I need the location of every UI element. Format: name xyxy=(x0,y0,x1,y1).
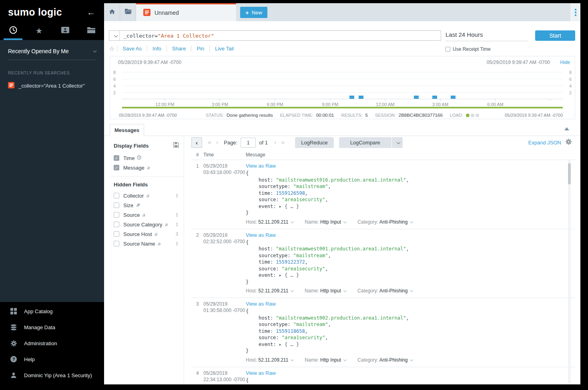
home-button[interactable] xyxy=(104,3,120,21)
view-as-raw-link[interactable]: View as Raw xyxy=(246,301,575,307)
page-number-input[interactable] xyxy=(241,138,256,148)
search-doc-icon xyxy=(8,82,14,90)
sidebar-tab-recents[interactable] xyxy=(0,21,26,40)
logcompare-button[interactable]: LogCompare xyxy=(339,137,391,148)
checkbox-unchecked[interactable] xyxy=(114,193,119,198)
new-tab-button[interactable]: + New xyxy=(240,7,267,18)
sidebar-item-user[interactable]: Dominic Yip (Area 1 Security) xyxy=(0,367,104,383)
time-range-selector[interactable]: Last 24 Hours xyxy=(446,31,528,41)
json-value[interactable]: "mailstreamwest002.production.area1.inte… xyxy=(276,315,406,321)
json-value[interactable]: "mailstream" xyxy=(293,184,328,189)
logreduce-button[interactable]: LogReduce xyxy=(295,137,334,148)
checkbox-checked[interactable]: ✓ xyxy=(114,165,119,170)
view-as-raw-link[interactable]: View as Raw xyxy=(246,163,575,169)
json-value[interactable]: "mailstreamwest001.production.area1.inte… xyxy=(276,246,406,252)
collapse-panel-icon[interactable] xyxy=(564,127,569,130)
histogram-bar[interactable] xyxy=(359,96,363,99)
json-value[interactable]: "mailstream" xyxy=(293,253,328,258)
sidebar-item-administration[interactable]: Administration xyxy=(0,335,104,351)
settings-gear-icon[interactable] xyxy=(565,138,572,147)
next-page-icon[interactable]: › xyxy=(274,139,276,146)
hidden-field-row[interactable]: Source a 1 xyxy=(110,210,184,220)
sidebar-collapse-arrow-icon[interactable]: ← xyxy=(87,8,95,17)
meta-name-dropdown[interactable]: Name: Http Input xyxy=(305,288,346,294)
json-value[interactable]: "mailstreamwest003.production.area1.inte… xyxy=(276,384,406,384)
json-value[interactable]: 1559118658 xyxy=(276,328,305,334)
json-value[interactable]: "area1security" xyxy=(282,266,325,272)
use-receipt-time-checkbox[interactable]: Use Receipt Time xyxy=(446,46,491,52)
view-as-raw-link[interactable]: View as Raw xyxy=(246,370,575,376)
checkbox-unchecked[interactable] xyxy=(114,231,119,237)
search-query-input[interactable]: _collector="Area 1 Collector" xyxy=(120,31,214,40)
svg-text:?: ? xyxy=(12,357,15,362)
recently-opened-dropdown[interactable]: Recently Opened By Me xyxy=(8,40,96,60)
hidden-field-row[interactable]: Source Category a 1 xyxy=(110,220,184,229)
tab-messages[interactable]: Messages xyxy=(110,124,144,136)
first-page-icon[interactable]: « xyxy=(208,139,211,146)
action-link[interactable]: Share xyxy=(167,46,191,52)
json-value[interactable]: 1559126598 xyxy=(276,190,305,196)
hidden-field-row[interactable]: Size # xyxy=(110,200,184,210)
tab-unnamed[interactable]: Unnamed xyxy=(136,3,236,21)
scrollbar-track[interactable] xyxy=(568,160,571,384)
checkbox-unchecked[interactable] xyxy=(114,212,119,218)
sidebar-item-app-catalog[interactable]: App Catalog xyxy=(0,303,104,319)
json-value[interactable]: "mailstreamwest016.production.area1.inte… xyxy=(276,177,406,183)
hidden-field-row[interactable]: Source Name a 1 xyxy=(110,239,184,248)
favorite-star-icon[interactable]: ☆ xyxy=(109,45,114,52)
checkbox-unchecked[interactable] xyxy=(446,47,450,52)
expand-json-link[interactable]: Expand JSON xyxy=(528,140,561,146)
histogram-bar[interactable] xyxy=(451,96,456,99)
scrollbar-thumb[interactable] xyxy=(568,163,571,184)
save-fields-icon[interactable] xyxy=(173,142,179,149)
field-message[interactable]: ✓ Message a xyxy=(110,163,184,172)
checkbox-unchecked[interactable] xyxy=(114,202,119,208)
back-button[interactable]: ‹ xyxy=(191,137,202,148)
json-value[interactable]: "area1security" xyxy=(282,335,325,340)
action-link[interactable]: Pin xyxy=(191,46,209,52)
field-time[interactable]: ✓ Time xyxy=(110,153,184,163)
recent-search-item[interactable]: _collector="Area 1 Collector" xyxy=(8,82,96,90)
logcompare-dropdown-icon[interactable] xyxy=(392,137,403,148)
meta-name-dropdown[interactable]: Name: Http Input xyxy=(305,357,346,363)
last-page-icon[interactable]: » xyxy=(281,139,285,146)
browse-folder-button[interactable] xyxy=(120,3,136,21)
checkbox-checked[interactable]: ✓ xyxy=(114,155,119,161)
prev-page-icon[interactable]: ‹ xyxy=(216,139,218,146)
action-link[interactable]: Live Tail xyxy=(209,46,239,52)
json-value[interactable]: "area1security" xyxy=(282,197,325,202)
json-value[interactable]: ▸ { … } xyxy=(279,204,299,209)
meta-name-dropdown[interactable]: Name: Http Input xyxy=(305,219,346,225)
json-value[interactable]: ▸ { … } xyxy=(279,272,299,278)
search-query-box[interactable]: _collector="Area 1 Collector" xyxy=(109,30,441,41)
checkbox-unchecked[interactable] xyxy=(114,222,119,227)
meta-category-dropdown[interactable]: Category: Anti-Phishing xyxy=(357,288,413,294)
json-value[interactable]: ▸ { … } xyxy=(279,342,299,347)
hidden-field-row[interactable]: Source Host a 3 xyxy=(110,229,184,239)
time-range-selector-bar[interactable] xyxy=(122,107,563,108)
sidebar-tab-favorites[interactable]: ★ xyxy=(26,21,52,40)
histogram-bar[interactable] xyxy=(349,96,354,99)
hide-histogram-link[interactable]: Hide xyxy=(560,60,570,65)
action-link[interactable]: Save As xyxy=(117,46,147,52)
histogram-bar[interactable] xyxy=(414,96,419,99)
hidden-field-row[interactable]: Collector a 1 xyxy=(110,191,184,200)
checkbox-unchecked[interactable] xyxy=(114,241,119,246)
json-value[interactable]: 1559122372 xyxy=(276,259,305,265)
sidebar-item-help[interactable]: ? Help xyxy=(0,351,104,367)
meta-category-dropdown[interactable]: Category: Anti-Phishing xyxy=(357,357,413,363)
tab-options-menu[interactable] xyxy=(570,3,580,21)
start-button[interactable]: Start xyxy=(535,30,575,41)
meta-host-dropdown[interactable]: Host: 52.11.209.211 xyxy=(246,288,293,294)
histogram-bar[interactable] xyxy=(432,96,437,99)
sidebar-tab-folders[interactable] xyxy=(78,21,104,40)
sidebar-tab-library[interactable] xyxy=(52,21,78,40)
json-value[interactable]: "mailstream" xyxy=(293,322,328,327)
sidebar-item-manage-data[interactable]: Manage Data xyxy=(0,319,104,335)
meta-host-dropdown[interactable]: Host: 52.11.209.211 xyxy=(246,219,293,225)
meta-category-dropdown[interactable]: Category: Anti-Phishing xyxy=(357,219,413,225)
view-as-raw-link[interactable]: View as Raw xyxy=(246,232,575,238)
query-dropdown-toggle[interactable] xyxy=(109,31,120,40)
meta-host-dropdown[interactable]: Host: 52.11.209.211 xyxy=(246,357,293,363)
action-link[interactable]: Info xyxy=(147,46,167,52)
